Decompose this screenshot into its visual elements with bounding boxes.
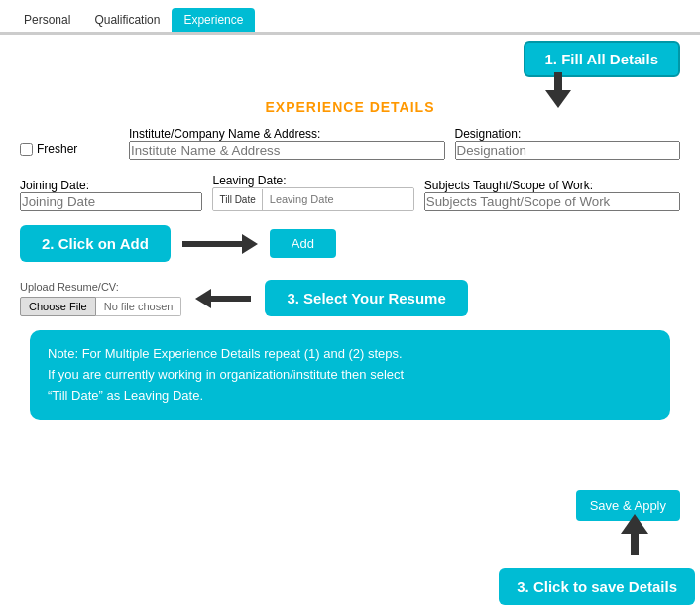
upload-label: Upload Resume/CV: (20, 281, 119, 293)
designation-group: Designation: (455, 127, 681, 160)
add-button[interactable]: Add (270, 229, 336, 258)
main-content: 1. Fill All Details EXPERIENCE DETAILS F… (0, 35, 700, 445)
arrow-right-head (242, 234, 258, 254)
leaving-group: Leaving Date: Till Date (212, 174, 413, 211)
arrow-left-shaft (211, 296, 251, 302)
upload-label-group: Upload Resume/CV: Choose File No file ch… (20, 281, 181, 316)
arrow-up-shaft (631, 534, 639, 555)
note-box: Note: For Multiple Experience Details re… (30, 330, 670, 420)
institute-group: Institute/Company Name & Address: (129, 127, 445, 160)
designation-label: Designation: (455, 127, 681, 141)
leaving-label: Leaving Date: (212, 174, 413, 187)
arrow-down-indicator (545, 72, 571, 108)
arrow-head (545, 90, 571, 108)
joining-input[interactable] (20, 192, 202, 211)
no-file-text: No file chosen (96, 297, 182, 316)
step2-callout: 2. Click on Add (20, 225, 171, 262)
arrow-shaft (554, 72, 562, 90)
leaving-inner: Till Date (212, 187, 413, 211)
note-text: Note: For Multiple Experience Details re… (48, 346, 404, 403)
upload-area: Upload Resume/CV: Choose File No file ch… (20, 280, 680, 316)
tab-personal[interactable]: Personal (12, 8, 82, 32)
leaving-input[interactable] (263, 188, 413, 210)
form-row-1: Fresher Institute/Company Name & Address… (20, 127, 680, 160)
joining-label: Joining Date: (20, 179, 202, 192)
step3-save-callout: 3. Click to save Details (499, 568, 695, 605)
designation-input[interactable] (455, 141, 681, 160)
file-input-row: Choose File No file chosen (20, 297, 181, 316)
institute-input[interactable] (129, 141, 445, 160)
institute-label: Institute/Company Name & Address: (129, 127, 445, 141)
tab-experience[interactable]: Experience (172, 8, 255, 32)
step2-area: 2. Click on Add Add (20, 225, 680, 262)
tab-qualification[interactable]: Qualification (82, 8, 172, 32)
joining-group: Joining Date: (20, 179, 202, 211)
tabs-bar: Personal Qualification Experience (0, 0, 700, 33)
arrow-right-indicator (182, 234, 258, 254)
section-title: EXPERIENCE DETAILS (20, 99, 680, 115)
arrow-up-head (621, 514, 648, 534)
arrow-up-indicator (621, 514, 648, 555)
fresher-checkbox[interactable] (20, 143, 33, 156)
step3-resume-callout: 3. Select Your Resume (265, 280, 467, 316)
arrow-right-shaft (182, 241, 242, 247)
arrow-left-head (195, 289, 211, 308)
subjects-label: Subjects Taught/Scope of Work: (424, 179, 680, 192)
choose-file-button[interactable]: Choose File (20, 297, 96, 316)
fresher-group: Fresher (20, 142, 119, 160)
form-row-2: Joining Date: Leaving Date: Till Date Su… (20, 174, 680, 211)
till-date-button[interactable]: Till Date (213, 189, 262, 210)
arrow-left-indicator (195, 289, 251, 308)
subjects-input[interactable] (424, 192, 680, 211)
subjects-group: Subjects Taught/Scope of Work: (424, 179, 680, 211)
fresher-label: Fresher (37, 142, 77, 156)
